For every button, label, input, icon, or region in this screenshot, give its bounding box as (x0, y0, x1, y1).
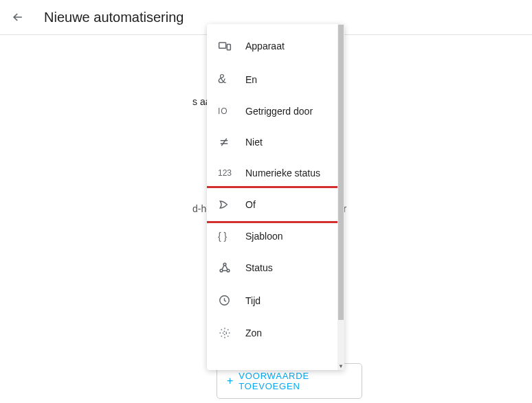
menu-item-label: En (245, 74, 257, 85)
menu-item-label: Apparaat (245, 41, 285, 51)
numeric-icon: 123 (218, 168, 240, 178)
plus-icon: + (227, 375, 233, 387)
menu-item-sun[interactable]: Zon (207, 316, 344, 349)
ampersand-icon: & (218, 72, 240, 87)
menu-item-ampersand[interactable]: &En (207, 62, 344, 96)
svg-point-6 (227, 269, 230, 272)
svg-line-16 (221, 336, 222, 336)
add-condition-label: VOORWAARDE TOEVOEGEN (239, 371, 352, 391)
devices-icon (218, 39, 240, 53)
menu-item-not-equal[interactable]: Niet (207, 126, 344, 158)
or-gate-icon (218, 198, 240, 211)
menu-item-state[interactable]: Status (207, 251, 344, 284)
svg-line-15 (228, 336, 228, 336)
menu-item-devices[interactable]: Apparaat (207, 30, 344, 62)
menu-item-label: Niet (245, 137, 263, 148)
page-title: Nieuwe automatisering (44, 10, 184, 25)
not-equal-icon (218, 136, 240, 148)
template-icon: { } (218, 231, 240, 242)
menu-item-template[interactable]: { }Sjabloon (207, 221, 344, 251)
menu-item-label: Status (245, 262, 273, 273)
menu-item-label: Tijd (245, 295, 261, 306)
svg-rect-0 (219, 43, 226, 48)
sun-icon (218, 326, 240, 340)
menu-item-label: Of (245, 199, 256, 210)
svg-line-14 (221, 330, 222, 330)
condition-type-dropdown: Apparaat&EnIOGetriggerd doorNiet123Numer… (207, 24, 344, 370)
clock-icon (218, 294, 240, 307)
menu-item-label: Numerieke status (245, 168, 320, 179)
scroll-down-icon: ▼ (337, 363, 344, 370)
svg-line-17 (228, 330, 228, 330)
scroll-thumb[interactable] (338, 25, 344, 320)
menu-item-numeric[interactable]: 123Numerieke status (207, 158, 344, 188)
svg-point-9 (223, 332, 227, 335)
menu-item-label: Getriggerd door (245, 106, 313, 117)
menu-item-label: Sjabloon (245, 231, 283, 242)
svg-point-7 (223, 263, 226, 266)
menu-item-label: Zon (245, 327, 262, 338)
menu-item-or-gate[interactable]: Of (207, 186, 344, 223)
triggered-icon: IO (218, 106, 240, 116)
menu-item-triggered[interactable]: IOGetriggerd door (207, 96, 344, 126)
svg-point-5 (220, 269, 223, 272)
dropdown-scrollbar[interactable]: ▲ ▼ (337, 24, 344, 370)
svg-rect-1 (227, 45, 230, 50)
svg-line-4 (221, 139, 227, 146)
state-icon (218, 261, 240, 275)
arrow-left-icon (11, 10, 25, 24)
back-button[interactable] (11, 10, 25, 24)
menu-item-clock[interactable]: Tijd (207, 284, 344, 316)
